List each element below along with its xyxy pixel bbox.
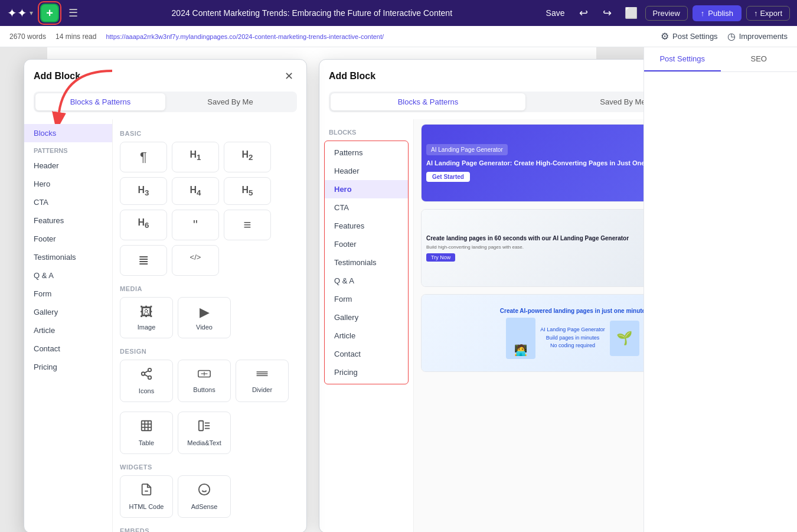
h3-icon: H3 (138, 185, 149, 197)
block-paragraph[interactable]: ¶ (120, 142, 167, 172)
sidebar-item-cta-left[interactable]: CTA (24, 193, 112, 211)
add-block-button[interactable]: + (40, 4, 59, 22)
divider-icon (256, 367, 269, 383)
export-label: Export (760, 9, 782, 18)
unordered-list-icon: ≣ (138, 253, 149, 268)
sidebar-item-article-right[interactable]: Article (325, 327, 408, 345)
block-unordered-list[interactable]: ≣ (120, 245, 167, 276)
pattern-card-2[interactable]: Create landing pages in 60 seconds with … (421, 209, 644, 287)
paragraph-icon: ¶ (140, 149, 147, 165)
undo-button[interactable]: ↩ (574, 4, 593, 22)
svg-point-3 (148, 376, 152, 380)
adsense-icon (198, 483, 211, 500)
modal-tab-saved-right[interactable]: Saved By Me (525, 93, 644, 110)
sidebar-item-hero-left[interactable]: Hero (24, 175, 112, 193)
modal-tab-blocks-patterns-left[interactable]: Blocks & Patterns (35, 93, 165, 110)
sidebar-item-form-left[interactable]: Form (24, 285, 112, 303)
publish-button[interactable]: ↑ Publish (693, 5, 742, 21)
block-code[interactable]: </> (172, 245, 219, 276)
modal-tabs-left: Blocks & Patterns Saved By Me (34, 92, 297, 112)
block-icons[interactable]: Icons (120, 360, 173, 402)
save-button[interactable]: Save (546, 8, 565, 18)
block-video[interactable]: ▶ Video (178, 297, 231, 338)
h2-icon: H2 (242, 149, 253, 162)
block-media-text[interactable]: Media&Text (178, 412, 231, 454)
buttons-label: Buttons (193, 386, 215, 393)
pattern-card-1[interactable]: AI Landing Page Generator AI Landing Pag… (421, 124, 644, 202)
sidebar-item-header-right[interactable]: Header (325, 162, 408, 180)
improvements-button[interactable]: ◷ Improvements (727, 31, 788, 42)
modal-content-left: BASIC ¶ H1 H2 H3 (113, 119, 306, 532)
h5-icon: H5 (242, 185, 253, 197)
block-table[interactable]: Table (120, 412, 173, 454)
svg-rect-12 (142, 421, 152, 431)
block-h1[interactable]: H1 (172, 142, 219, 172)
block-ordered-list[interactable]: ≡ (224, 210, 271, 240)
sidebar-item-qa-right[interactable]: Q & A (325, 272, 408, 290)
tab-post-settings[interactable]: Post Settings (644, 47, 721, 71)
block-h3[interactable]: H3 (120, 177, 167, 205)
improvements-label: Improvements (739, 32, 788, 41)
redo-button[interactable]: ↪ (598, 4, 617, 22)
sidebar-item-blocks-left[interactable]: Blocks (24, 124, 112, 142)
modal-tab-blocks-patterns-right[interactable]: Blocks & Patterns (331, 93, 525, 110)
sidebar-item-cta-right[interactable]: CTA (325, 198, 408, 217)
block-html-code[interactable]: HTML Code (120, 475, 173, 518)
sidebar-item-contact-left[interactable]: Contact (24, 340, 112, 358)
block-h5[interactable]: H5 (224, 177, 271, 205)
sidebar-item-testimonials-right[interactable]: Testimonials (325, 253, 408, 272)
sidebar-item-header-left[interactable]: Header (24, 156, 112, 175)
block-quote[interactable]: " (172, 210, 219, 240)
sidebar-item-footer-right[interactable]: Footer (325, 235, 408, 253)
embeds-section-label: EMBEDS (120, 527, 299, 532)
editor-area: 202EmCo Add Block ✕ Blocks & P (0, 47, 644, 532)
sidebar-item-testimonials-left[interactable]: Testimonials (24, 248, 112, 266)
modal-close-left[interactable]: ✕ (280, 68, 297, 84)
modal-tabs-right: Blocks & Patterns Saved By Me (329, 92, 644, 112)
sidebar-item-patterns-right[interactable]: Patterns (325, 143, 408, 162)
export-upload-icon: ↑ (754, 9, 758, 18)
sidebar-item-gallery-right[interactable]: Gallery (325, 308, 408, 327)
sidebar-item-qa-left[interactable]: Q & A (24, 266, 112, 285)
settings-icon: ⚙ (661, 31, 669, 42)
post-settings-button[interactable]: ⚙ Post Settings (661, 31, 718, 42)
sidebar-item-gallery-left[interactable]: Gallery (24, 303, 112, 321)
block-adsense[interactable]: AdSense (178, 475, 231, 518)
right-sidebar-content (644, 72, 797, 91)
sidebar-item-pricing-left[interactable]: Pricing (24, 358, 112, 376)
block-h2[interactable]: H2 (224, 142, 271, 172)
block-h6[interactable]: H6 (120, 210, 167, 240)
sidebar-section-blocks-right: Blocks (319, 124, 413, 138)
block-divider[interactable]: Divider (236, 360, 289, 402)
code-icon: </> (190, 253, 201, 262)
sidebar-item-hero-right[interactable]: Hero (325, 180, 408, 198)
tab-seo[interactable]: SEO (721, 47, 798, 71)
logo-chevron: ▾ (30, 9, 33, 17)
sidebar-item-article-left[interactable]: Article (24, 321, 112, 340)
sidebar-item-features-right[interactable]: Features (325, 217, 408, 235)
quote-icon: " (193, 217, 198, 233)
modal-tab-saved-left[interactable]: Saved By Me (165, 93, 295, 110)
block-h4[interactable]: H4 (172, 177, 219, 205)
block-image[interactable]: 🖼 Image (120, 297, 173, 338)
media-section-label: MEDIA (120, 285, 299, 292)
export-button[interactable]: ↑ Export (746, 6, 790, 21)
sidebar-item-features-left[interactable]: Features (24, 211, 112, 230)
sidebar-item-contact-right[interactable]: Contact (325, 345, 408, 363)
sidebar-item-pricing-right[interactable]: Pricing (325, 363, 408, 381)
sidebar-item-footer-left[interactable]: Footer (24, 230, 112, 248)
list-icon[interactable]: ☰ (68, 6, 78, 19)
word-count: 2670 words (9, 32, 46, 41)
nav-actions: ↩ ↪ ⬜ Preview ↑ Publish ↑ Export (574, 4, 790, 22)
sidebar-item-form-right[interactable]: Form (325, 290, 408, 308)
desktop-view-button[interactable]: ⬜ (622, 4, 641, 22)
pattern-card-3[interactable]: Create AI-powered landing pages in just … (421, 294, 644, 372)
design-blocks-grid2: Table Media&Text (120, 412, 299, 454)
block-buttons[interactable]: Buttons (178, 360, 231, 402)
page-url[interactable]: https://aaapa2rrk3w3nf7y.mylandingpages.… (106, 33, 384, 40)
pattern-preview-2: Create landing pages in 60 seconds with … (422, 210, 644, 286)
logo-icon: ✦✦ (7, 6, 27, 20)
preview-button[interactable]: Preview (645, 6, 688, 21)
table-label: Table (139, 439, 154, 446)
html-code-label: HTML Code (129, 503, 164, 510)
